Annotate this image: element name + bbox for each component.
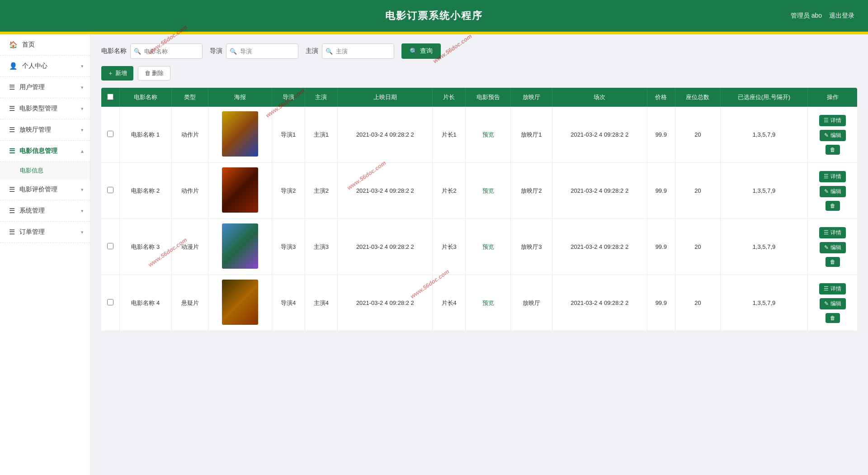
movie-name-input-wrapper: 🔍 xyxy=(130,43,203,59)
row-selected-seats: 1,3,5,7,9 xyxy=(720,107,807,163)
row-selected-seats: 1,3,5,7,9 xyxy=(720,275,807,331)
col-duration: 片长 xyxy=(433,88,466,107)
row-preview[interactable]: 预览 xyxy=(466,163,511,219)
row-checkbox-cell[interactable] xyxy=(101,163,119,219)
row-price: 99.9 xyxy=(647,107,675,163)
director-input[interactable] xyxy=(226,43,298,59)
sidebar-item-user-mgmt[interactable]: ☰ 用户管理 ▾ xyxy=(0,77,90,98)
row-cinema: 放映厅3 xyxy=(511,219,552,275)
sidebar-item-movie-info-mgmt[interactable]: ☰ 电影信息管理 ▴ xyxy=(0,141,90,162)
actor-input[interactable] xyxy=(322,43,394,59)
col-actor: 主演 xyxy=(305,88,338,107)
row-price: 99.9 xyxy=(647,275,675,331)
row-checkbox-cell[interactable] xyxy=(101,219,119,275)
table-row: 电影名称 4 悬疑片 导演4 主演4 2021-03-2 4 09:28:2 2… xyxy=(101,275,857,331)
sidebar-sub-movie-info[interactable]: 电影信息 xyxy=(0,162,90,179)
row-schedule: 2021-03-2 4 09:28:2 2 xyxy=(552,219,647,275)
movie-poster-3 xyxy=(222,223,258,269)
search-icon: 🔍 xyxy=(410,48,417,55)
delete-row-button[interactable]: 🗑 xyxy=(826,257,840,267)
layout: 🏠 首页 👤 个人中心 ▾ ☰ 用户管理 ▾ ☰ 电影类型管理 ▾ ☰ 放映厅管… xyxy=(0,34,868,475)
row-checkbox-cell[interactable] xyxy=(101,275,119,331)
director-input-wrapper: 🔍 xyxy=(226,43,298,59)
sidebar-item-label: 电影评价管理 xyxy=(19,185,57,194)
edit-button[interactable]: ✎ 编辑 xyxy=(820,242,846,253)
movie-poster-1 xyxy=(222,111,258,157)
chevron-down-icon: ▾ xyxy=(81,63,84,69)
row-checkbox[interactable] xyxy=(107,131,113,137)
batch-delete-button[interactable]: 🗑 删除 xyxy=(138,66,171,81)
row-schedule: 2021-03-2 4 09:28:2 2 xyxy=(552,107,647,163)
chevron-down-icon: ▾ xyxy=(81,85,84,90)
col-preview: 电影预告 xyxy=(466,88,511,107)
delete-row-button[interactable]: 🗑 xyxy=(826,145,840,155)
edit-button[interactable]: ✎ 编辑 xyxy=(820,298,846,309)
sidebar-item-label: 订单管理 xyxy=(19,228,45,236)
row-checkbox[interactable] xyxy=(107,299,113,305)
row-poster xyxy=(208,275,272,331)
row-date: 2021-03-2 4 09:28:2 2 xyxy=(338,275,433,331)
row-movie-name: 电影名称 2 xyxy=(119,163,172,219)
row-schedule: 2021-03-2 4 09:28:2 2 xyxy=(552,275,647,331)
row-actor: 主演3 xyxy=(305,219,338,275)
select-all-checkbox[interactable] xyxy=(107,94,113,100)
col-type: 类型 xyxy=(172,88,208,107)
sidebar-item-home[interactable]: 🏠 首页 xyxy=(0,34,90,56)
menu-icon: ☰ xyxy=(9,207,15,215)
sidebar-item-movie-type[interactable]: ☰ 电影类型管理 ▾ xyxy=(0,98,90,119)
row-preview[interactable]: 预览 xyxy=(466,219,511,275)
app-title: 电影订票系统小程序 xyxy=(385,9,483,23)
movie-table: 电影名称 类型 海报 导演 主演 上映日期 片长 电影预告 放映厅 场次 价格 … xyxy=(101,88,857,331)
sidebar-item-system[interactable]: ☰ 系统管理 ▾ xyxy=(0,200,90,222)
row-checkbox[interactable] xyxy=(107,243,113,249)
action-cell: ☰ 详情 ✎ 编辑 🗑 xyxy=(811,226,854,268)
delete-row-button[interactable]: 🗑 xyxy=(826,313,840,323)
sidebar-item-personal[interactable]: 👤 个人中心 ▾ xyxy=(0,56,90,77)
select-all-cell[interactable] xyxy=(101,88,119,107)
add-button[interactable]: ＋ 新增 xyxy=(101,66,133,81)
edit-button[interactable]: ✎ 编辑 xyxy=(820,130,846,141)
director-label: 导演 xyxy=(210,47,222,55)
menu-icon: ☰ xyxy=(9,147,15,155)
search-icon: 🔍 xyxy=(326,48,333,55)
row-duration: 片长4 xyxy=(433,275,466,331)
person-icon: 👤 xyxy=(9,62,18,70)
sidebar-item-movie-review[interactable]: ☰ 电影评价管理 ▾ xyxy=(0,179,90,200)
sidebar-item-label: 用户管理 xyxy=(19,83,45,91)
row-actions: ☰ 详情 ✎ 编辑 🗑 xyxy=(808,107,858,163)
actor-search-group: 主演 🔍 xyxy=(306,43,394,59)
trash-icon: 🗑 xyxy=(830,259,835,265)
detail-button[interactable]: ☰ 详情 xyxy=(819,283,846,294)
row-checkbox[interactable] xyxy=(107,187,113,193)
sidebar-item-cinema[interactable]: ☰ 放映厅管理 ▾ xyxy=(0,119,90,141)
sidebar-sub-label: 电影信息 xyxy=(20,167,43,174)
movie-name-input[interactable] xyxy=(130,43,203,59)
chevron-down-icon: ▾ xyxy=(81,208,84,214)
row-seats: 20 xyxy=(675,275,720,331)
search-button[interactable]: 🔍 查询 xyxy=(401,43,441,59)
delete-row-button[interactable]: 🗑 xyxy=(826,201,840,211)
row-actions: ☰ 详情 ✎ 编辑 🗑 xyxy=(808,163,858,219)
action-cell: ☰ 详情 ✎ 编辑 🗑 xyxy=(811,170,854,212)
chevron-down-icon: ▾ xyxy=(81,127,84,133)
detail-button[interactable]: ☰ 详情 xyxy=(819,227,846,238)
detail-icon: ☰ xyxy=(824,117,829,124)
sidebar-item-label: 电影信息管理 xyxy=(19,147,57,155)
movie-name-label: 电影名称 xyxy=(101,47,127,55)
detail-button[interactable]: ☰ 详情 xyxy=(819,171,846,182)
row-preview[interactable]: 预览 xyxy=(466,107,511,163)
logout-button[interactable]: 退出登录 xyxy=(829,12,854,20)
detail-button[interactable]: ☰ 详情 xyxy=(819,115,846,126)
search-icon: 🔍 xyxy=(230,48,237,55)
row-preview[interactable]: 预览 xyxy=(466,275,511,331)
header: 电影订票系统小程序 管理员 abo 退出登录 xyxy=(0,0,868,32)
edit-icon: ✎ xyxy=(824,300,829,307)
sidebar-item-label: 系统管理 xyxy=(19,207,45,215)
sidebar-item-order[interactable]: ☰ 订单管理 ▾ xyxy=(0,222,90,243)
row-selected-seats: 1,3,5,7,9 xyxy=(720,219,807,275)
row-movie-name: 电影名称 3 xyxy=(119,219,172,275)
edit-button[interactable]: ✎ 编辑 xyxy=(820,186,846,197)
row-seats: 20 xyxy=(675,163,720,219)
row-actor: 主演1 xyxy=(305,107,338,163)
row-checkbox-cell[interactable] xyxy=(101,107,119,163)
